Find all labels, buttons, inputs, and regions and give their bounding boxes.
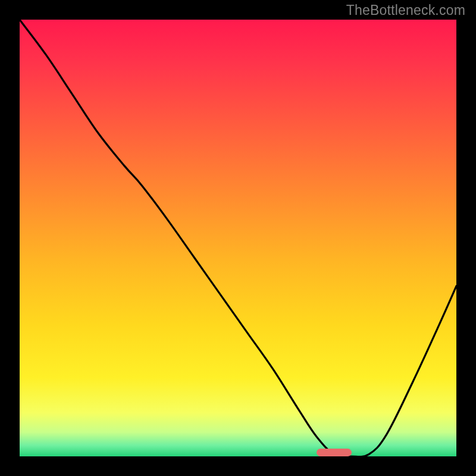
background-gradient: [20, 20, 456, 456]
svg-rect-0: [20, 20, 456, 456]
optimum-marker: [317, 449, 352, 456]
watermark-text: TheBottleneck.com: [346, 2, 465, 18]
plot-area: [20, 20, 456, 456]
chart-frame: TheBottleneck.com: [0, 0, 476, 476]
